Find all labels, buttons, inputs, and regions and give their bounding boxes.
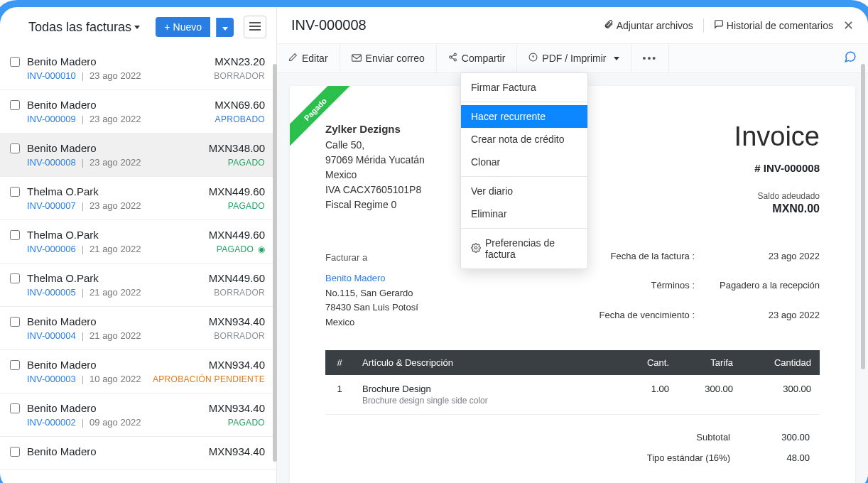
balance-label: Saldo adeudado [734, 191, 820, 201]
line-desc: Brochure design single side color [362, 396, 612, 406]
line-rate: 300.00 [678, 375, 742, 415]
invoice-link[interactable]: INV-000005 [27, 287, 76, 298]
invoice-list-row[interactable]: Thelma O.ParkMXN449.60INV-000005|21 ago … [0, 264, 276, 307]
invoice-link[interactable]: INV-000002 [27, 417, 76, 428]
separator: | [82, 287, 84, 298]
eye-icon: ◉ [255, 244, 265, 254]
close-button[interactable]: ✕ [843, 18, 854, 33]
terms-value: Pagadero a la recepción [713, 280, 820, 291]
chevron-down-icon [614, 57, 619, 60]
tax-label: Tipo estándar (16%) [639, 448, 739, 467]
comment-icon [714, 19, 724, 31]
invoice-link[interactable]: INV-000007 [27, 200, 76, 211]
separator: | [82, 244, 84, 254]
comments-history-link[interactable]: Historial de comentarios [714, 19, 833, 31]
list-options-button[interactable] [244, 16, 266, 38]
invoice-date-value: 23 ago 2022 [713, 251, 820, 261]
svg-point-3 [454, 59, 456, 61]
share-button[interactable]: Compartir [437, 44, 517, 72]
menu-clone[interactable]: Clonar [461, 151, 587, 173]
invoice-link[interactable]: INV-000010 [27, 70, 76, 81]
menu-journal[interactable]: Ver diario [461, 180, 587, 202]
menu-delete[interactable]: Eliminar [461, 202, 587, 225]
paperclip-icon [604, 19, 614, 31]
status-badge: PAGADO [228, 418, 265, 428]
invoice-detail-pane: INV-000008 Adjuntar archivos Historial d… [277, 7, 868, 483]
menu-divider [461, 228, 587, 229]
row-checkbox[interactable] [10, 57, 20, 67]
row-checkbox[interactable] [10, 230, 20, 240]
invoice-date: 21 ago 2022 [89, 244, 141, 254]
invoice-list-row[interactable]: Benito MaderoMXN23.20INV-000010|23 ago 2… [0, 47, 276, 90]
row-checkbox[interactable] [10, 447, 20, 457]
invoice-link[interactable]: INV-000004 [27, 330, 76, 341]
invoice-link[interactable]: INV-000009 [27, 114, 76, 124]
menu-divider [461, 102, 587, 102]
share-icon [448, 53, 457, 64]
th-amount: Cantidad [742, 350, 820, 375]
row-checkbox[interactable] [10, 187, 20, 197]
status-badge: PAGADO [228, 201, 265, 211]
send-email-button[interactable]: Enviar correo [340, 44, 437, 72]
invoice-list-row[interactable]: Benito MaderoMXN348.00INV-000008|23 ago … [0, 134, 276, 177]
status-badge: APROBACIÓN PENDIENTE [153, 374, 265, 384]
edit-button[interactable]: Editar [277, 44, 340, 72]
chat-support-button[interactable] [844, 50, 857, 66]
separator: | [82, 114, 84, 124]
menu-sign-invoice[interactable]: Firmar Factura [461, 76, 587, 99]
invoice-amount: MXN934.40 [209, 315, 265, 327]
history-label: Historial de comentarios [727, 20, 833, 31]
chevron-down-icon [134, 26, 140, 29]
due-date-value: 23 ago 2022 [713, 310, 820, 320]
scrollbar-thumb[interactable] [861, 64, 865, 369]
invoice-list-row[interactable]: Benito MaderoMXN934.40INV-000003|10 ago … [0, 350, 276, 394]
invoice-link[interactable]: INV-000008 [27, 157, 76, 168]
bill-address-1: No.115, San Gerardo [325, 286, 418, 301]
row-checkbox[interactable] [10, 360, 20, 370]
invoice-date: 23 ago 2022 [89, 114, 141, 124]
pencil-icon [288, 53, 298, 64]
invoice-list-row[interactable]: Benito MaderoMXN69.60INV-000009|23 ago 2… [0, 90, 276, 134]
separator: | [82, 200, 84, 211]
menu-preferences[interactable]: Preferencias de factura [461, 232, 587, 266]
separator: | [82, 70, 84, 81]
row-checkbox[interactable] [10, 273, 20, 283]
menu-make-recurring[interactable]: Hacer recurrente [461, 105, 587, 128]
invoice-list-row[interactable]: Benito MaderoMXN934.40 [0, 437, 276, 470]
bill-country: Mexico [325, 315, 418, 330]
row-checkbox[interactable] [10, 317, 20, 327]
row-checkbox[interactable] [10, 403, 20, 413]
bill-to-name[interactable]: Benito Madero [325, 271, 418, 286]
org-tax: IVA CACX7605101P8 [325, 183, 425, 197]
status-badge: BORRADOR [214, 71, 265, 81]
customer-name: Thelma O.Park [27, 185, 99, 197]
new-invoice-split-button[interactable] [216, 18, 234, 37]
line-item: Brochure Design [362, 384, 612, 394]
invoice-list-row[interactable]: Benito MaderoMXN934.40INV-000004|21 ago … [0, 307, 276, 350]
invoice-amount: MXN449.60 [209, 272, 265, 284]
invoice-list-row[interactable]: Thelma O.ParkMXN449.60INV-000007|23 ago … [0, 177, 276, 220]
status-badge: PAGADO [228, 158, 265, 168]
customer-name: Thelma O.Park [27, 229, 99, 241]
pdf-print-button[interactable]: PDF / Imprimir [517, 44, 631, 72]
status-badge: APROBADO [215, 114, 265, 124]
invoice-link[interactable]: INV-000003 [27, 374, 76, 384]
invoice-amount: MXN449.60 [209, 229, 265, 241]
customer-name: Benito Madero [27, 402, 97, 414]
more-actions-button[interactable]: ••• [631, 44, 670, 72]
balance-value: MXN0.00 [734, 202, 820, 215]
menu-credit-note[interactable]: Crear nota de crédito [461, 128, 587, 151]
customer-name: Benito Madero [27, 445, 97, 457]
new-invoice-button[interactable]: + Nuevo [156, 17, 210, 37]
hamburger-icon [249, 22, 261, 33]
attach-files-link[interactable]: Adjuntar archivos [604, 19, 693, 31]
invoice-list-sidebar: Todas las facturas + Nuevo Benito Mad [0, 7, 277, 483]
invoice-link[interactable]: INV-000006 [27, 244, 76, 254]
row-checkbox[interactable] [10, 100, 20, 110]
invoice-list-row[interactable]: Thelma O.ParkMXN449.60INV-000006|21 ago … [0, 220, 276, 264]
row-checkbox[interactable] [10, 143, 20, 153]
invoice-list-row[interactable]: Benito MaderoMXN934.40INV-000002|09 ago … [0, 394, 276, 437]
new-button-label: Nuevo [173, 21, 202, 33]
plus-icon: + [164, 21, 170, 33]
filter-dropdown[interactable]: Todas las facturas [28, 20, 140, 35]
